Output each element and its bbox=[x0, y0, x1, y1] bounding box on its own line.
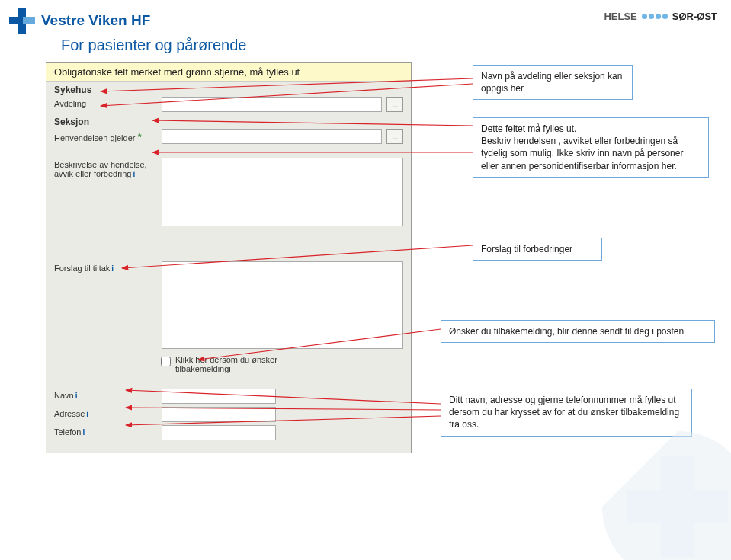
checkbox-label: Klikk her dersom du ønsker tilbakemeldin… bbox=[175, 355, 297, 373]
beskrivelse-textarea[interactable] bbox=[162, 158, 403, 226]
section-seksjon: Seksjon bbox=[46, 114, 411, 127]
label-henvendelse: Henvendelsen gjelder* bbox=[54, 129, 157, 143]
label-adresse: Adressei bbox=[54, 407, 157, 418]
callout-forslag: Forslag til forbedringer bbox=[473, 238, 602, 261]
callout-avdeling: Navn på avdeling eller seksjon kan oppgi… bbox=[473, 65, 633, 100]
telefon-input[interactable] bbox=[162, 425, 276, 440]
dots-icon bbox=[642, 14, 668, 19]
brand-logo: Vestre Viken HF bbox=[9, 8, 150, 34]
adresse-input[interactable] bbox=[162, 407, 276, 422]
label-forslag: Forslag til tiltaki bbox=[54, 261, 157, 273]
navn-input[interactable] bbox=[162, 389, 276, 404]
label-avdeling: Avdeling bbox=[54, 97, 157, 108]
helse-label: HELSE bbox=[604, 11, 636, 22]
label-telefon: Telefoni bbox=[54, 425, 157, 437]
cross-icon bbox=[9, 8, 35, 34]
form-panel: Obligatoriske felt merket med grønn stje… bbox=[46, 62, 412, 453]
label-navn: Navni bbox=[54, 389, 157, 400]
tilbakemelding-checkbox[interactable] bbox=[161, 357, 171, 366]
partner-logo: HELSE SØR-ØST bbox=[604, 11, 717, 22]
avdeling-lookup-button[interactable]: ... bbox=[386, 97, 403, 112]
sorost-label: SØR-ØST bbox=[672, 11, 717, 22]
label-beskrivelse: Beskrivelse av hendelse, avvik eller for… bbox=[54, 158, 157, 178]
brand-name: Vestre Viken HF bbox=[41, 12, 150, 29]
section-sykehus: Sykehus bbox=[46, 82, 411, 95]
bg-decoration bbox=[579, 423, 731, 560]
callout-tilbakemelding: Ønsker du tilbakemelding, blir denne sen… bbox=[441, 320, 715, 343]
page-title: For pasienter og pårørende bbox=[61, 37, 246, 54]
avdeling-input[interactable] bbox=[162, 97, 382, 112]
callout-beskrivelse: Dette feltet må fylles ut. Beskriv hende… bbox=[473, 117, 709, 178]
henvendelse-lookup-button[interactable]: ... bbox=[386, 129, 403, 144]
forslag-textarea[interactable] bbox=[162, 261, 403, 349]
mandatory-banner: Obligatoriske felt merket med grønn stje… bbox=[46, 63, 411, 82]
henvendelse-input[interactable] bbox=[162, 129, 382, 144]
